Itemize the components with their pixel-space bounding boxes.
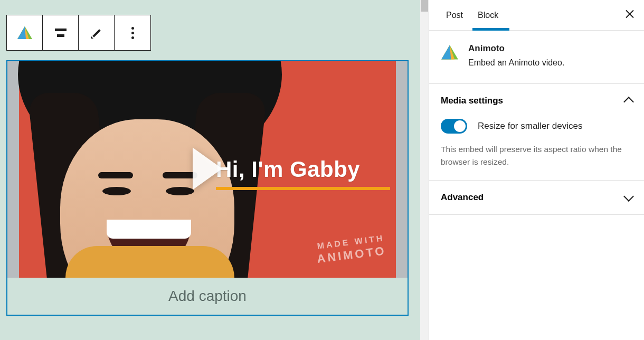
block-toolbar — [6, 15, 151, 51]
edit-url-button[interactable] — [79, 15, 115, 50]
video-preview[interactable]: Hi, I'm Gabby MADE WITH ANIMOTO — [7, 61, 408, 278]
block-card: Animoto Embed an Animoto video. — [429, 31, 644, 84]
scrollbar-thumb[interactable] — [421, 0, 428, 12]
close-sidebar-button[interactable] — [625, 9, 634, 21]
watermark: MADE WITH ANIMOTO — [315, 233, 386, 266]
panel-media-settings: Media settings Resize for smaller device… — [429, 84, 644, 181]
svg-marker-7 — [441, 45, 451, 59]
settings-sidebar: Post Block Animoto Embed an Animoto vide… — [429, 0, 644, 340]
caption-input[interactable]: Add caption — [7, 278, 408, 315]
animoto-icon — [17, 25, 33, 41]
align-icon — [55, 27, 67, 39]
scrollbar[interactable] — [420, 0, 429, 340]
chevron-up-icon — [623, 97, 634, 107]
sidebar-tabs: Post Block — [429, 0, 644, 31]
panel-toggle-advanced[interactable]: Advanced — [441, 192, 632, 203]
align-button[interactable] — [43, 15, 79, 50]
play-icon[interactable] — [193, 147, 222, 190]
pencil-icon — [91, 27, 102, 39]
tab-post[interactable]: Post — [439, 0, 470, 30]
more-vertical-icon — [131, 27, 134, 39]
panel-title: Advanced — [441, 192, 484, 203]
close-icon — [625, 9, 634, 18]
svg-marker-2 — [17, 26, 26, 39]
tab-block[interactable]: Block — [470, 0, 506, 30]
panel-title: Media settings — [441, 96, 503, 106]
embed-block[interactable]: Hi, I'm Gabby MADE WITH ANIMOTO Add capt… — [6, 60, 409, 316]
toggle-label: Resize for smaller devices — [478, 121, 582, 131]
animoto-icon — [441, 43, 459, 61]
editor-canvas: Hi, I'm Gabby MADE WITH ANIMOTO Add capt… — [0, 0, 429, 340]
video-overlay-title: Hi, I'm Gabby — [216, 157, 360, 182]
panel-advanced: Advanced — [429, 181, 644, 215]
more-options-button[interactable] — [115, 15, 150, 50]
block-description: Embed an Animoto video. — [468, 58, 564, 68]
resize-toggle[interactable] — [441, 119, 467, 134]
block-type-button[interactable] — [7, 15, 43, 50]
panel-toggle-media-settings[interactable]: Media settings — [441, 96, 632, 106]
chevron-down-icon — [623, 191, 634, 202]
help-text: This embed will preserve its aspect rati… — [441, 143, 632, 168]
block-name: Animoto — [468, 43, 564, 54]
